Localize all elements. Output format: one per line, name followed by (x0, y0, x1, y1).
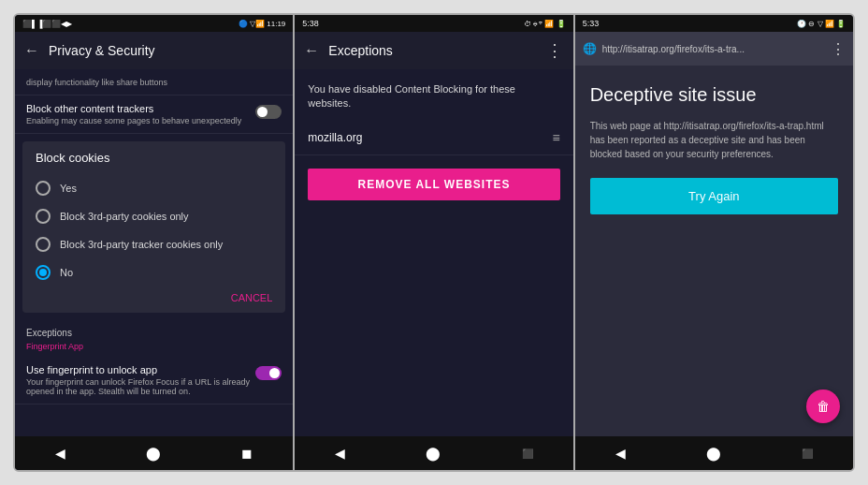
radio-label-tracker: Block 3rd-party tracker cookies only (60, 239, 223, 250)
radio-3rd-party[interactable]: Block 3rd-party cookies only (36, 202, 272, 230)
recents-nav-btn-3[interactable]: ⬛ (802, 448, 813, 459)
screenshot-container: ⬛▌▐⬛⬛◀▶ 🔵 ▽📶 11:19 ← Privacy & Security … (13, 13, 855, 472)
back-nav-btn-2[interactable]: ◀ (335, 446, 345, 461)
settings-item-display-text: display functionality like share buttons (26, 78, 167, 87)
nav-title-2: Exceptions (328, 43, 536, 58)
bottom-nav-3: ◀ ⬤ ⬛ (575, 436, 853, 470)
nav-title-1: Privacy & Security (49, 43, 283, 58)
radio-circle-tracker (36, 237, 51, 252)
back-nav-btn-3[interactable]: ◀ (615, 446, 626, 461)
deceptive-description: This web page at http://itisatrap.org/fi… (590, 119, 838, 161)
fingerprint-title: Use fingerprint to unlock app (26, 364, 255, 375)
radio-label-3rd: Block 3rd-party cookies only (60, 211, 189, 222)
radio-circle-yes (36, 181, 51, 196)
trackers-title: Block other content trackers (26, 103, 241, 114)
trackers-text: Block other content trackers Enabling ma… (26, 103, 241, 125)
trackers-toggle[interactable] (255, 105, 282, 119)
status-icons-2: ⏱ ⊖ ▽ 📶 🔋 (524, 20, 566, 28)
exception-site-row: mozilla.org ≡ (295, 121, 572, 155)
back-button-2[interactable]: ← (304, 42, 319, 59)
url-text[interactable]: http://itisatrap.org/firefox/its-a-tra..… (602, 44, 825, 54)
url-bar: 🌐 http://itisatrap.org/firefox/its-a-tra… (575, 32, 853, 66)
status-bar-2: 5:38 ⏱ ⊖ ▽ 📶 🔋 (295, 15, 572, 32)
menu-dots-2[interactable]: ⋮ (546, 40, 564, 61)
deceptive-content-area: Deceptive site issue This web page at ht… (575, 66, 853, 436)
trash-icon: 🗑 (817, 399, 830, 414)
back-nav-btn-1[interactable]: ◀ (55, 446, 65, 461)
back-button-1[interactable]: ← (24, 42, 39, 59)
radio-no[interactable]: No (36, 258, 272, 287)
status-right-1: 🔵 ▽📶 11:19 (239, 20, 285, 28)
fingerprint-text: Use fingerprint to unlock app Your finge… (26, 364, 255, 396)
trackers-sub: Enabling may cause some pages to behave … (26, 116, 241, 125)
hamburger-icon[interactable]: ≡ (552, 130, 559, 145)
cancel-button[interactable]: CANCEL (231, 292, 273, 303)
status-bar-1: ⬛▌▐⬛⬛◀▶ 🔵 ▽📶 11:19 (15, 15, 293, 32)
phone-privacy-security: ⬛▌▐⬛⬛◀▶ 🔵 ▽📶 11:19 ← Privacy & Security … (15, 15, 295, 470)
home-nav-btn-1[interactable]: ⬤ (146, 446, 161, 461)
settings-content: display functionality like share buttons… (15, 69, 293, 436)
settings-item-display: display functionality like share buttons (15, 69, 293, 96)
nav-bar-1: ← Privacy & Security (15, 32, 293, 69)
radio-circle-no (36, 265, 51, 280)
radio-3rd-tracker[interactable]: Block 3rd-party tracker cookies only (36, 230, 272, 258)
radio-label-yes: Yes (60, 183, 77, 194)
recents-nav-btn-1[interactable]: ◼ (241, 446, 253, 461)
phone-exceptions: 5:38 ⏱ ⊖ ▽ 📶 🔋 ← Exceptions ⋮ You have d… (295, 15, 574, 470)
settings-item-trackers: Block other content trackers Enabling ma… (15, 96, 293, 134)
exceptions-description: You have disabled Content Blocking for t… (295, 69, 572, 121)
status-left-icons-1: ⬛▌▐⬛⬛◀▶ (22, 20, 72, 28)
globe-icon: 🌐 (583, 42, 597, 55)
fingerprint-sub: Your fingerprint can unlock Firefox Focu… (26, 377, 255, 396)
status-time-2: 5:38 (302, 19, 319, 28)
fingerprint-item: Use fingerprint to unlock app Your finge… (15, 357, 293, 404)
exception-site-name: mozilla.org (308, 131, 362, 144)
recents-nav-btn-2[interactable]: ⬛ (522, 448, 533, 459)
nav-bar-2: ← Exceptions ⋮ (295, 32, 572, 69)
url-menu-dots[interactable]: ⋮ (831, 40, 846, 58)
remove-all-button[interactable]: REMOVE ALL WEBSITES (308, 169, 559, 200)
dialog-title: Block cookies (36, 151, 272, 165)
phone-deceptive-site: 5:33 🕐 ⊖ ▽ 📶 🔋 🌐 http://itisatrap.org/fi… (575, 15, 853, 470)
exceptions-section-label: Exceptions (15, 320, 293, 340)
radio-label-no: No (60, 267, 73, 278)
try-again-button[interactable]: Try Again (590, 178, 838, 214)
home-nav-btn-2[interactable]: ⬤ (426, 446, 441, 461)
delete-fab-button[interactable]: 🗑 (806, 389, 840, 423)
bottom-nav-2: ◀ ⬤ ⬛ (295, 436, 572, 470)
bottom-nav-1: ◀ ⬤ ◼ (15, 436, 293, 470)
radio-circle-3rd (36, 209, 51, 224)
radio-yes[interactable]: Yes (36, 174, 272, 202)
spacer-2 (295, 213, 572, 436)
home-nav-btn-3[interactable]: ⬤ (706, 446, 721, 461)
status-bar-3: 5:33 🕐 ⊖ ▽ 📶 🔋 (575, 15, 853, 32)
fingerprint-app-label: Fingerprint App (15, 340, 293, 357)
status-time-3: 5:33 (583, 19, 600, 28)
fingerprint-toggle[interactable] (255, 366, 282, 380)
block-cookies-dialog: Block cookies Yes Block 3rd-party cookie… (22, 141, 285, 313)
deceptive-title: Deceptive site issue (590, 84, 838, 106)
status-icons-3: 🕐 ⊖ ▽ 📶 🔋 (797, 20, 846, 28)
